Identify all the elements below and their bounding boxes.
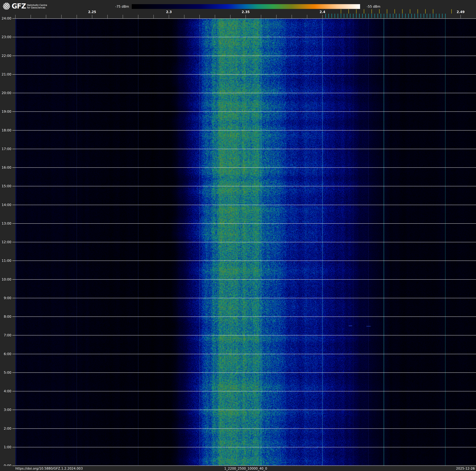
footer: 1_2200_2500_10000_40_0 https://doi.org/1… [0, 466, 476, 471]
y-tick-dash [12, 354, 15, 354]
ble-channel-tick [384, 14, 384, 18]
x-tick-minor [307, 15, 307, 18]
gfz-logo-subtitle: Helmholtz Centre for Geosciences [27, 4, 47, 9]
ble-channel-tick [347, 14, 347, 18]
x-tick-label: 2.4 [313, 10, 332, 14]
y-tick-label: 6:00 [0, 352, 11, 356]
ble-channel-tick [445, 14, 446, 18]
ble-channel-tick [365, 14, 366, 18]
ble-channel-tick [344, 14, 344, 18]
gfz-logo-acronym: GFZ [12, 2, 26, 10]
ble-channel-tick [372, 14, 372, 18]
ble-channel-tick [418, 14, 418, 18]
y-tick-label: 22:00 [0, 54, 11, 58]
wifi-channel-tick [356, 9, 357, 14]
y-tick-label: 10:00 [0, 277, 11, 282]
y-tick-label: 24:00 [0, 16, 11, 21]
ble-channel-tick [430, 14, 430, 18]
wifi-channel-tick [372, 9, 372, 14]
y-tick-label: 18:00 [0, 128, 11, 132]
ble-channel-tick [399, 14, 400, 18]
y-tick-label: 19:00 [0, 109, 11, 114]
y-tick-dash [12, 130, 15, 130]
ble-channel-tick [408, 14, 409, 18]
y-tick-dash [12, 242, 15, 242]
x-tick-minor [215, 15, 215, 18]
ble-channel-tick [362, 14, 363, 18]
ble-channel-tick [381, 14, 381, 18]
x-tick-label: 2.25 [83, 10, 101, 14]
gfz-logo-icon [3, 2, 10, 10]
y-tick-label: 8:00 [0, 314, 11, 319]
ble-channel-tick [387, 14, 387, 18]
ble-channel-tick [374, 14, 375, 18]
ble-channel-tick [356, 14, 357, 18]
wifi-channel-tick [341, 9, 341, 14]
x-tick-minor [92, 15, 92, 18]
colorbar [132, 4, 360, 9]
spectrogram-canvas [15, 18, 476, 466]
x-tick-minor [31, 15, 31, 18]
wifi-channel-tick [364, 9, 364, 14]
y-tick-dash [12, 372, 15, 373]
x-tick-minor [153, 15, 154, 18]
x-tick-minor [138, 15, 138, 18]
y-tick-label: 2:00 [0, 426, 11, 431]
ble-channel-tick [335, 14, 335, 18]
colorbar-max-label: -55 dBm [367, 5, 380, 8]
y-tick-dash [12, 279, 15, 280]
y-tick-dash [12, 261, 15, 261]
ble-channel-tick [427, 14, 427, 18]
y-tick-label: 7:00 [0, 333, 11, 337]
gfz-logo-line1: Helmholtz Centre [27, 4, 47, 6]
y-tick-dash [12, 74, 15, 74]
dataset-title: 1_2200_2500_10000_40_0 [15, 467, 476, 471]
ble-channel-tick [325, 14, 326, 18]
wifi-channel-tick [433, 9, 433, 14]
date-label: 2025-12-26 [456, 467, 475, 471]
ble-channel-tick [390, 14, 390, 18]
y-tick-label: 11:00 [0, 259, 11, 263]
x-tick-minor [123, 15, 123, 18]
y-tick-dash [12, 18, 15, 18]
y-tick-dash [12, 298, 15, 298]
wifi-channel-tick [451, 9, 452, 14]
x-tick-minor [246, 15, 246, 18]
ble-channel-tick [421, 14, 421, 18]
y-tick-dash [12, 317, 15, 317]
x-tick-minor [61, 15, 62, 18]
y-tick-label: 5:00 [0, 370, 11, 375]
ble-channel-tick [393, 14, 393, 18]
ble-channel-tick [341, 14, 341, 18]
wifi-channel-tick [418, 9, 418, 14]
y-tick-label: 20:00 [0, 91, 11, 95]
ble-channel-tick [439, 14, 440, 18]
gfz-logo-line2: for Geosciences [27, 6, 47, 9]
y-tick-label: 14:00 [0, 203, 11, 207]
y-tick-dash [12, 167, 15, 168]
ble-channel-tick [424, 14, 424, 18]
x-tick-minor [276, 15, 276, 18]
y-tick-label: 1:00 [0, 445, 11, 449]
y-tick-dash [12, 205, 15, 205]
y-tick-label: 21:00 [0, 72, 11, 76]
y-tick-dash [12, 149, 15, 149]
ble-channel-tick [436, 14, 436, 18]
x-tick-minor [15, 15, 16, 18]
x-tick-label: 2.35 [237, 10, 255, 14]
y-tick-label: 13:00 [0, 221, 11, 226]
x-tick-minor [169, 15, 169, 18]
y-tick-dash [12, 447, 15, 447]
ble-channel-tick [368, 14, 369, 18]
spectrogram-page: GFZ Helmholtz Centre for Geosciences -75… [0, 0, 476, 471]
x-tick-minor [184, 15, 184, 18]
y-tick-label: 12:00 [0, 240, 11, 244]
ble-channel-tick [338, 14, 338, 18]
ble-channel-tick [405, 14, 406, 18]
wifi-channel-tick [425, 9, 426, 14]
ble-channel-tick [332, 14, 332, 18]
doi-link[interactable]: https://doi.org/10.5880/GFZ.1.2.2024.003 [15, 467, 83, 471]
wifi-channel-tick [410, 9, 410, 14]
ble-channel-tick [359, 14, 360, 18]
y-tick-dash [12, 37, 15, 37]
